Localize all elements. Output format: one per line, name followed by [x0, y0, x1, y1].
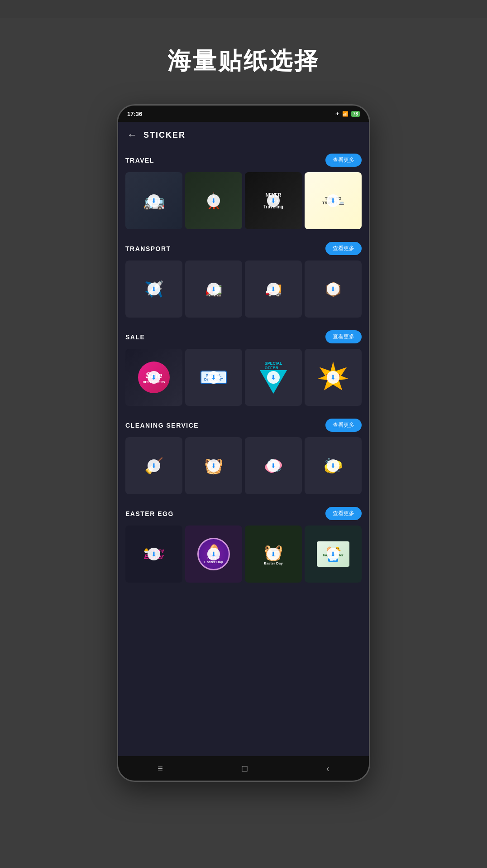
status-time: 17:36 [127, 111, 142, 117]
sticker-transport-4[interactable]: 📦 ⬇ [305, 260, 362, 318]
download-overlay-13[interactable]: ⬇ [148, 459, 160, 472]
nav-back-icon[interactable]: ‹ [326, 763, 329, 774]
sticker-sale-2[interactable]: SPECIALDISCOUNT ⬇ [185, 349, 242, 406]
download-overlay-12[interactable]: ⬇ [327, 371, 339, 384]
sticker-easter-4[interactable]: 🥚🐣 Happy Easter DAY ⬇ [305, 526, 362, 583]
download-icon-5: ⬇ [151, 285, 157, 293]
sticker-travel-2[interactable]: 🗼 ⬇ [185, 172, 242, 229]
nav-home-icon[interactable]: □ [242, 763, 247, 774]
easter-title: EASTER EGG [125, 510, 174, 517]
sale-view-more[interactable]: 查看更多 [325, 330, 362, 343]
download-icon-9: ⬇ [151, 374, 157, 381]
sticker-sale-3[interactable]: SPECIALOFFER ⬇ [245, 349, 302, 406]
transport-grid: ✈️ ⬇ 🚛 ⬇ [125, 260, 362, 318]
download-overlay-8[interactable]: ⬇ [327, 283, 339, 295]
battery-icon: 78 [351, 111, 360, 117]
sticker-travel-4[interactable]: TIME TOTRAVEL 🚐 ⬇ [305, 172, 362, 229]
sticker-clean-1[interactable]: 🧹 ⬇ [125, 437, 182, 494]
download-overlay-10[interactable]: ⬇ [207, 371, 220, 384]
sticker-transport-3[interactable]: 🚚 ⬇ [245, 260, 302, 318]
easter-day-text-2: Easter Day [204, 560, 223, 564]
sticker-easter-2[interactable]: 🥚 HAPPY Easter Day ⬇ [185, 526, 242, 583]
download-icon-11: ⬇ [271, 374, 276, 381]
download-overlay-19[interactable]: ⬇ [267, 548, 280, 560]
sticker-easter-1[interactable]: 🐣 Happy Easter ⬇ [125, 526, 182, 583]
download-overlay-2[interactable]: ⬇ [207, 194, 220, 207]
easter-day-label: Easter Day [264, 561, 283, 565]
download-overlay-4[interactable]: ⬇ [327, 194, 339, 207]
download-icon-3: ⬇ [271, 197, 276, 204]
cleaning-grid: 🧹 ⬇ 🧺 ⬇ [125, 437, 362, 494]
download-overlay-3[interactable]: ⬇ [267, 194, 280, 207]
download-overlay-7[interactable]: ⬇ [267, 283, 280, 295]
easter-header: EASTER EGG 查看更多 [125, 507, 362, 520]
sale-title: SALE [125, 333, 145, 341]
download-overlay-16[interactable]: ⬇ [327, 459, 339, 472]
download-overlay-1[interactable]: ⬇ [148, 194, 160, 207]
download-overlay-17[interactable]: ⬇ [148, 548, 160, 560]
page-title: 海量贴纸选择 [167, 45, 320, 77]
easter-grid: 🐣 Happy Easter ⬇ 🥚 HAPPY [125, 526, 362, 583]
cleaning-header: CLEANING SERVICE 查看更多 [125, 419, 362, 432]
download-icon-14: ⬇ [211, 462, 216, 469]
status-icons: ✈ 📶 78 [335, 111, 360, 117]
sticker-sale-4[interactable]: SUPERSALE! ⬇ [305, 349, 362, 406]
sticker-clean-3[interactable]: 🧼 ⬇ [245, 437, 302, 494]
download-overlay-11[interactable]: ⬇ [267, 371, 280, 384]
cleaning-title: CLEANING SERVICE [125, 422, 199, 429]
download-overlay-18[interactable]: ⬇ [207, 548, 220, 560]
download-icon-4: ⬇ [330, 197, 336, 204]
download-overlay-5[interactable]: ⬇ [148, 283, 160, 295]
section-easter: EASTER EGG 查看更多 🐣 Happy Easter ⬇ [118, 507, 369, 590]
download-overlay-6[interactable]: ⬇ [207, 283, 220, 295]
travel-grid: 🚌 ⬇ 🗼 ⬇ [125, 172, 362, 229]
sticker-clean-4[interactable]: 🧽 ⬇ [305, 437, 362, 494]
nav-bar: ≡ □ ‹ [118, 756, 369, 781]
download-icon-13: ⬇ [151, 462, 157, 469]
download-icon-20: ⬇ [330, 550, 336, 558]
app-content: ← STICKER TRAVEL 查看更多 🚌 ⬇ [118, 122, 369, 756]
sale-grid: Sale BEST OFFERS ⬇ SPECIALDISCOUNT [125, 349, 362, 406]
download-icon-12: ⬇ [330, 374, 336, 381]
easter-view-more[interactable]: 查看更多 [325, 507, 362, 520]
download-overlay-20[interactable]: ⬇ [327, 548, 339, 560]
status-bar: 17:36 ✈ 📶 78 [118, 106, 369, 122]
sticker-travel-3[interactable]: NEVERstopTraveling ⬇ [245, 172, 302, 229]
travel-title: TRAVEL [125, 157, 154, 164]
download-icon-8: ⬇ [330, 285, 336, 293]
sticker-travel-1[interactable]: 🚌 ⬇ [125, 172, 182, 229]
download-overlay-14[interactable]: ⬇ [207, 459, 220, 472]
section-sale: SALE 查看更多 Sale BEST OFFERS ⬇ [118, 330, 369, 413]
download-overlay-15[interactable]: ⬇ [267, 459, 280, 472]
sticker-transport-2[interactable]: 🚛 ⬇ [185, 260, 242, 318]
nav-menu-icon[interactable]: ≡ [158, 763, 163, 774]
download-icon-1: ⬇ [151, 197, 157, 204]
sticker-sale-1[interactable]: Sale BEST OFFERS ⬇ [125, 349, 182, 406]
section-transport: TRANSPORT 查看更多 ✈️ ⬇ 🚛 [118, 242, 369, 325]
cleaning-view-more[interactable]: 查看更多 [325, 419, 362, 432]
download-icon-18: ⬇ [211, 550, 216, 558]
section-cleaning: CLEANING SERVICE 查看更多 🧹 ⬇ [118, 419, 369, 502]
phone-frame: 17:36 ✈ 📶 78 ← STICKER TRAVEL 查看更多 [117, 104, 370, 782]
sticker-clean-2[interactable]: 🧺 ⬇ [185, 437, 242, 494]
sticker-transport-1[interactable]: ✈️ ⬇ [125, 260, 182, 318]
transport-title: TRANSPORT [125, 245, 171, 252]
download-icon-2: ⬇ [211, 197, 216, 204]
download-overlay-9[interactable]: ⬇ [148, 371, 160, 384]
page-wrapper: 海量贴纸选择 17:36 ✈ 📶 78 ← STICKER TRAVEL 查看更… [0, 18, 487, 868]
back-button[interactable]: ← [127, 129, 137, 141]
special-offer-text: SPECIALOFFER [264, 361, 282, 370]
sale-header: SALE 查看更多 [125, 330, 362, 343]
download-icon-6: ⬇ [211, 285, 216, 293]
download-icon-17: ⬇ [151, 550, 157, 558]
transport-view-more[interactable]: 查看更多 [325, 242, 362, 255]
sticker-easter-3[interactable]: 🧺 Easter Day ⬇ [245, 526, 302, 583]
travel-header: TRAVEL 查看更多 [125, 154, 362, 167]
download-icon-16: ⬇ [330, 462, 336, 469]
download-icon-10: ⬇ [211, 374, 216, 381]
download-icon-19: ⬇ [271, 550, 276, 558]
download-icon-7: ⬇ [271, 285, 276, 293]
transport-header: TRANSPORT 查看更多 [125, 242, 362, 255]
wifi-icon: 📶 [342, 111, 349, 117]
travel-view-more[interactable]: 查看更多 [325, 154, 362, 167]
